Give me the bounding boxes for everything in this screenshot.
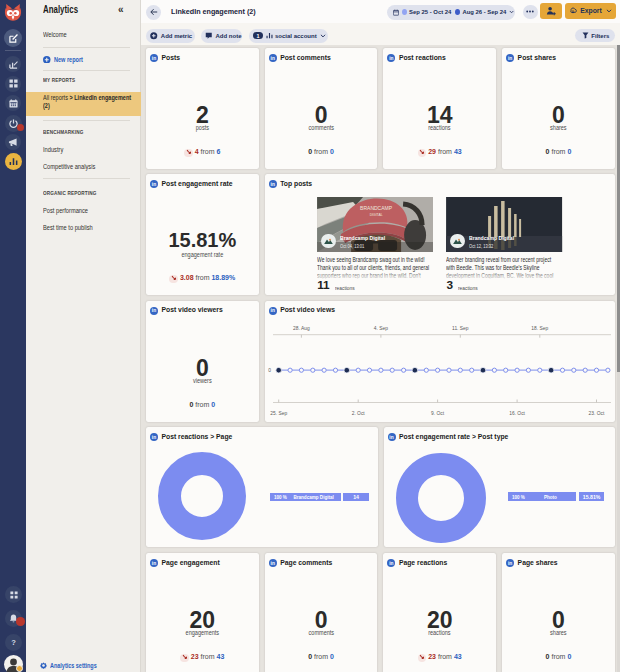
- svg-text:4. Sep: 4. Sep: [374, 326, 388, 331]
- svg-text:2. Oct: 2. Oct: [351, 410, 365, 415]
- svg-text:28. Aug: 28. Aug: [293, 326, 310, 331]
- svg-text:DIGITAL: DIGITAL: [370, 213, 383, 217]
- svg-text:16. Oct: 16. Oct: [509, 410, 525, 415]
- svg-text:25. Sep: 25. Sep: [270, 410, 287, 415]
- svg-text:?: ?: [11, 638, 16, 647]
- svg-text:11. Sep: 11. Sep: [452, 326, 469, 331]
- svg-text:0: 0: [268, 368, 271, 373]
- svg-text:BRANDCAMP: BRANDCAMP: [360, 205, 393, 211]
- svg-text:23. Oct: 23. Oct: [588, 410, 604, 415]
- svg-text:9. Oct: 9. Oct: [431, 410, 445, 415]
- svg-text:18. Sep: 18. Sep: [531, 326, 548, 331]
